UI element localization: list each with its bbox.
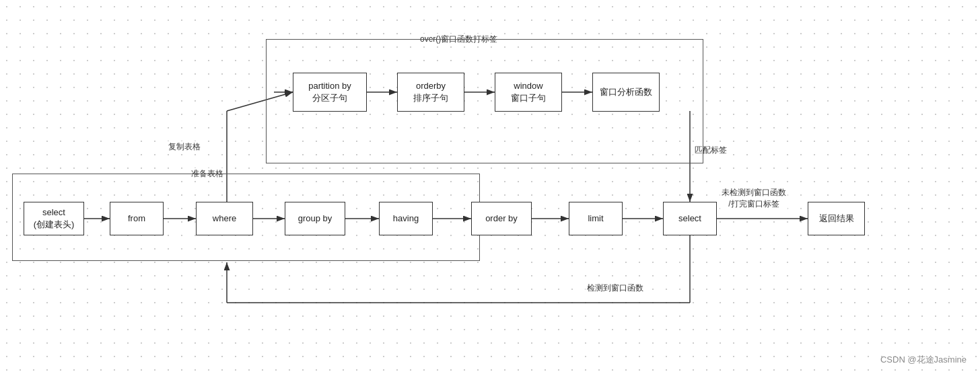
node-select-create: select (创建表头) xyxy=(24,202,84,235)
node-window: window 窗口子句 xyxy=(495,73,562,112)
label-detect-window: 检测到窗口函数 xyxy=(586,283,645,294)
node-from: from xyxy=(110,202,164,235)
node-partition-by: partition by 分区子句 xyxy=(293,73,367,112)
node-order-by: order by xyxy=(471,202,532,235)
node-return: 返回结果 xyxy=(808,202,865,235)
node-select-main: select xyxy=(663,202,717,235)
diagram-container: over()窗口函数打标签 准备表格 select (创建表头) from wh… xyxy=(0,0,980,376)
node-group-by: group by xyxy=(285,202,345,235)
node-orderby: orderby 排序子句 xyxy=(397,73,464,112)
node-limit: limit xyxy=(569,202,623,235)
node-window-func: 窗口分析函数 xyxy=(592,73,660,112)
label-copy-table: 复制表格 xyxy=(167,141,202,153)
node-having: having xyxy=(379,202,433,235)
label-no-window: 未检测到窗口函数 /打完窗口标签 xyxy=(720,187,788,210)
node-where: where xyxy=(196,202,253,235)
watermark: CSDN @花途Jasmine xyxy=(880,354,967,366)
